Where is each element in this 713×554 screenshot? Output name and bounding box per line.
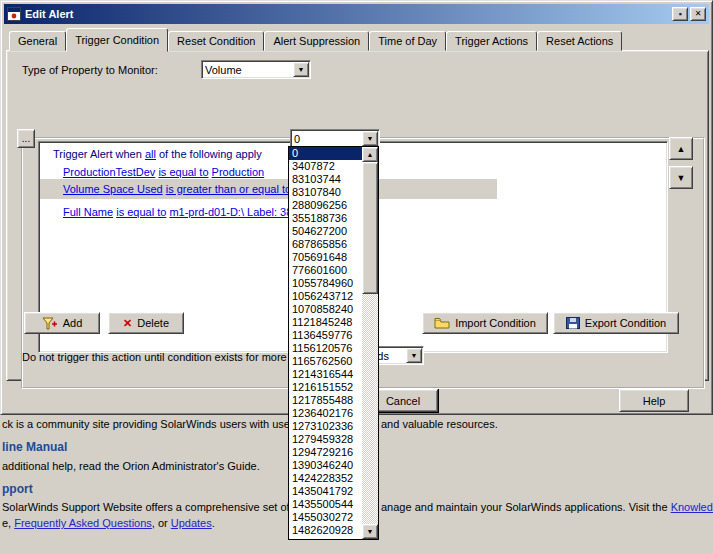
value-dropdown-list: 0340787283103744831078402880962563551887… xyxy=(288,146,379,540)
dropdown-option[interactable]: 776601600 xyxy=(289,264,362,277)
property-type-combo[interactable]: Volume ▼ xyxy=(201,60,311,79)
export-disk-icon xyxy=(566,317,580,329)
add-button[interactable]: Add xyxy=(24,312,100,334)
condition-field-link[interactable]: ProductionTestDev xyxy=(63,166,155,178)
titlebar[interactable]: Edit Alert ▪ ✕ xyxy=(4,4,709,24)
scroll-up-button[interactable]: ▲ xyxy=(362,147,378,162)
export-condition-button[interactable]: Export Condition xyxy=(553,312,679,334)
dropdown-option[interactable]: 83107840 xyxy=(289,186,362,199)
scroll-up-icon: ▲ xyxy=(367,151,374,158)
move-down-button[interactable]: ▼ xyxy=(669,166,693,189)
dropdown-option[interactable]: 83103744 xyxy=(289,173,362,186)
condition-op-link[interactable]: is equal to xyxy=(116,206,166,218)
condition-op-link[interactable]: is equal to xyxy=(158,166,208,178)
tab-strip: General Trigger Condition Reset Conditio… xyxy=(9,27,622,51)
arrow-glyph: ▼ xyxy=(411,352,418,359)
dropdown-option[interactable]: 1165762560 xyxy=(289,355,362,368)
dropdown-option[interactable]: 1390346240 xyxy=(289,459,362,472)
bg-heading-online-manual: line Manual xyxy=(2,440,67,454)
dropdown-option[interactable]: 1482620928 xyxy=(289,524,362,537)
tab-alert-suppression[interactable]: Alert Suppression xyxy=(264,31,369,51)
import-label: Import Condition xyxy=(455,317,536,329)
dropdown-option[interactable]: 1435500544 xyxy=(289,498,362,511)
dropdown-option[interactable]: 504627200 xyxy=(289,225,362,238)
condition-value-text: 0 xyxy=(294,133,362,145)
dropdown-option[interactable]: 1216151552 xyxy=(289,381,362,394)
tab-general[interactable]: General xyxy=(9,31,66,51)
condition-op-link[interactable]: is greater than or equal to xyxy=(166,183,291,195)
dropdown-option[interactable]: 1236402176 xyxy=(289,407,362,420)
dropdown-option[interactable]: 687865856 xyxy=(289,238,362,251)
bg-links-pre: e, xyxy=(2,517,14,529)
condition-field-link[interactable]: Full Name xyxy=(63,206,113,218)
condition-row-1: ProductionTestDev is equal to Production xyxy=(63,166,264,178)
chevron-down-icon[interactable]: ▼ xyxy=(362,131,378,146)
dropdown-option[interactable]: 1070858240 xyxy=(289,303,362,316)
bg-support-text: anage and maintain your SolarWinds appli… xyxy=(381,501,671,513)
scroll-down-icon: ▼ xyxy=(367,528,374,535)
tab-reset-condition[interactable]: Reset Condition xyxy=(168,31,264,51)
scroll-down-button[interactable]: ▼ xyxy=(362,524,378,539)
app-icon xyxy=(7,7,21,21)
dropdown-option[interactable]: 705691648 xyxy=(289,251,362,264)
close-icon: ✕ xyxy=(695,10,702,18)
tab-trigger-condition[interactable]: Trigger Condition xyxy=(66,28,168,52)
dropdown-option[interactable]: 0 xyxy=(289,147,362,160)
condition-row-3: Full Name is equal to m1-prd-d01-D:\ Lab… xyxy=(63,206,292,218)
bg-community-text-left: ck is a community site providing SolarWi… xyxy=(2,418,302,430)
faq-link[interactable]: Frequently Asked Questions xyxy=(14,517,152,529)
property-type-label: Type of Property to Monitor: xyxy=(22,64,158,76)
close-button[interactable]: ✕ xyxy=(690,7,706,21)
updates-link[interactable]: Updates xyxy=(171,517,212,529)
row-selector-button[interactable]: ... xyxy=(17,129,35,148)
bg-manual-text: additional help, read the Orion Administ… xyxy=(2,460,260,472)
dropdown-option[interactable]: 1455030272 xyxy=(289,511,362,524)
dropdown-option[interactable]: 3407872 xyxy=(289,160,362,173)
dropdown-option[interactable]: 1121845248 xyxy=(289,316,362,329)
dropdown-option[interactable]: 1217855488 xyxy=(289,394,362,407)
property-type-value: Volume xyxy=(205,64,293,76)
help-button[interactable]: Help xyxy=(619,389,689,412)
bg-links-line: e, Frequently Asked Questions, or Update… xyxy=(2,517,215,529)
tab-trigger-actions[interactable]: Trigger Actions xyxy=(446,31,537,51)
import-condition-button[interactable]: Import Condition xyxy=(422,312,548,334)
dropdown-option[interactable]: 1424228352 xyxy=(289,472,362,485)
knowledge-link[interactable]: Knowledge xyxy=(671,501,713,513)
tab-time-of-day[interactable]: Time of Day xyxy=(369,31,446,51)
add-filter-icon xyxy=(42,317,58,330)
up-arrow-icon: ▲ xyxy=(677,144,686,154)
export-label: Export Condition xyxy=(585,317,666,329)
condition-field-link[interactable]: Volume Space Used xyxy=(63,183,163,195)
dropdown-option[interactable]: 1279459328 xyxy=(289,433,362,446)
dropdown-option[interactable]: 1435041792 xyxy=(289,485,362,498)
screen: ck is a community site providing SolarWi… xyxy=(0,0,713,554)
dropdown-option[interactable]: 1294729216 xyxy=(289,446,362,459)
dropdown-option[interactable]: 1273102336 xyxy=(289,420,362,433)
condition-value-link[interactable]: Production xyxy=(212,166,265,178)
scrollbar-thumb[interactable] xyxy=(362,162,378,294)
bg-support-text-left: SolarWinds Support Website offers a comp… xyxy=(2,501,296,513)
delete-button[interactable]: ✕ Delete xyxy=(108,312,184,334)
import-folder-icon xyxy=(434,317,450,329)
suppression-text: Do not trigger this action until conditi… xyxy=(22,351,311,363)
trigger-all-link[interactable]: all xyxy=(145,148,156,160)
dropdown-option[interactable]: 1214316544 xyxy=(289,368,362,381)
condition-value-link[interactable]: m1-prd-d01-D:\ Label: 38 xyxy=(169,206,292,218)
dropdown-option[interactable]: 288096256 xyxy=(289,199,362,212)
titlebar-extra-button[interactable]: ▪ xyxy=(672,7,688,21)
dropdown-scrollbar[interactable]: ▲ ▼ xyxy=(362,147,378,539)
bg-links-post: . xyxy=(212,517,215,529)
dropdown-option[interactable]: 1055784960 xyxy=(289,277,362,290)
dropdown-option[interactable]: 1156120576 xyxy=(289,342,362,355)
delete-icon: ✕ xyxy=(123,317,132,330)
dropdown-option[interactable]: 1136459776 xyxy=(289,329,362,342)
move-up-button[interactable]: ▲ xyxy=(669,137,693,160)
chevron-down-icon[interactable]: ▼ xyxy=(406,348,422,363)
tab-reset-actions[interactable]: Reset Actions xyxy=(537,31,622,51)
dropdown-option[interactable]: 1056243712 xyxy=(289,290,362,303)
trigger-header: Trigger Alert when all of the following … xyxy=(53,148,262,160)
dropdown-option[interactable]: 355188736 xyxy=(289,212,362,225)
condition-row-2: Volume Space Used is greater than or equ… xyxy=(63,183,291,195)
add-label: Add xyxy=(63,317,83,329)
chevron-down-icon[interactable]: ▼ xyxy=(293,62,309,77)
